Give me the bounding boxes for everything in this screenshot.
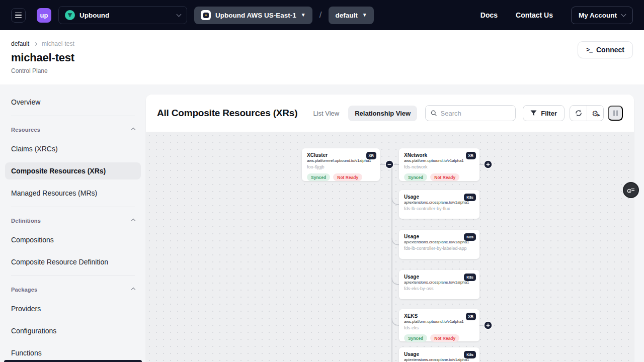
- search-input[interactable]: [441, 110, 511, 117]
- chevron-down-icon: ▼: [301, 13, 306, 18]
- status-badge-not-ready: Not Ready: [430, 173, 459, 181]
- terminal-icon: >_: [586, 46, 592, 53]
- breadcrumb-control-plane[interactable]: michael-test: [42, 40, 74, 47]
- sidebar-section-resources[interactable]: Resources: [11, 123, 135, 136]
- top-navbar: up Upbound Upbound AWS US-East-1 ▼ / def…: [0, 0, 644, 30]
- sidebar-item-functions[interactable]: Functions: [5, 344, 141, 361]
- expand-icon[interactable]: [484, 160, 492, 168]
- search-icon: [431, 110, 437, 117]
- panel-title: All Composite Resources (XRs): [157, 108, 297, 119]
- contact-us-link[interactable]: Contact Us: [516, 11, 553, 19]
- tab-list-view[interactable]: List View: [313, 110, 339, 117]
- resource-type-badge: K8s: [464, 351, 476, 358]
- tab-relationship-view[interactable]: Relationship View: [348, 106, 417, 121]
- sidebar-item-claims[interactable]: Claims (XRCs): [5, 140, 141, 157]
- page-title: michael-test: [11, 51, 633, 64]
- control-plane-selector[interactable]: Upbound AWS US-East-1 ▼: [194, 7, 312, 24]
- run-settings-button[interactable]: ⚙ ▶: [587, 106, 603, 121]
- status-badge-synced: Synced: [307, 173, 330, 181]
- resource-type-badge: XR: [366, 152, 376, 159]
- resource-type-badge: K8s: [464, 274, 476, 281]
- chevron-right-icon: [34, 42, 37, 45]
- my-account-menu[interactable]: My Account: [571, 7, 633, 24]
- expand-icon[interactable]: [484, 321, 492, 329]
- divider: [11, 276, 135, 276]
- organization-name: Upbound: [79, 12, 109, 19]
- chevron-down-icon: ▼: [362, 13, 367, 18]
- panel-header: All Composite Resources (XRs) List View …: [146, 95, 634, 132]
- control-plane-name: Upbound AWS US-East-1: [215, 12, 296, 19]
- sidebar-item-xrd[interactable]: Composite Resource Definition: [5, 253, 141, 270]
- page-header: default michael-test michael-test Contro…: [0, 30, 644, 84]
- pause-button[interactable]: [608, 106, 623, 121]
- node-usage-flux[interactable]: Usage apiextensions.crossplane.io/v1alph…: [399, 190, 479, 219]
- hamburger-menu-button[interactable]: [11, 8, 26, 23]
- legend-button[interactable]: [623, 182, 639, 198]
- pause-icon: [613, 110, 615, 116]
- refresh-icon: [575, 109, 583, 117]
- divider: [11, 207, 135, 207]
- node-xeks[interactable]: XEKS aws.platform.upbound.io/v1alpha1 fd…: [399, 309, 479, 341]
- control-plane-icon: [201, 10, 211, 20]
- chevron-up-icon: [131, 219, 135, 223]
- node-usage-labeled-app[interactable]: Usage apiextensions.crossplane.io/v1alph…: [399, 230, 479, 259]
- group-selector[interactable]: default ▼: [329, 7, 373, 24]
- resource-type-badge: XR: [466, 313, 476, 320]
- relationship-graph[interactable]: XCluster aws.platformref.upbound.io/v1al…: [146, 132, 634, 362]
- sidebar-section-definitions[interactable]: Definitions: [11, 214, 135, 227]
- sidebar-section-packages[interactable]: Packages: [11, 283, 135, 296]
- graph-actions: ⚙ ▶: [570, 105, 604, 121]
- organization-selector[interactable]: Upbound: [58, 6, 187, 24]
- chevron-down-icon: [621, 12, 626, 17]
- status-badge-not-ready: Not Ready: [430, 334, 459, 342]
- sidebar-item-overview[interactable]: Overview: [5, 94, 141, 111]
- sidebar-item-composite-resources[interactable]: Composite Resources (XRs): [5, 162, 141, 179]
- status-badge-synced: Synced: [404, 173, 427, 181]
- collapse-icon[interactable]: [385, 160, 393, 168]
- sidebar-item-managed-resources[interactable]: Managed Resources (MRs): [5, 185, 141, 202]
- resource-type-badge: K8s: [464, 233, 476, 241]
- chevron-up-icon: [131, 288, 135, 292]
- node-usage-eks-by-oss[interactable]: Usage apiextensions.crossplane.io/v1alph…: [399, 270, 479, 299]
- graph-edges: [146, 132, 634, 362]
- resource-type-badge: XR: [466, 152, 476, 159]
- legend-icon: [626, 186, 635, 195]
- docs-link[interactable]: Docs: [480, 11, 498, 19]
- breadcrumb: default michael-test: [11, 40, 633, 47]
- sidebar-item-configurations[interactable]: Configurations: [5, 322, 141, 339]
- org-icon: [65, 10, 75, 20]
- filter-button[interactable]: Filter: [523, 105, 565, 121]
- resource-type-badge: K8s: [464, 194, 476, 201]
- chevron-down-icon: [177, 12, 182, 17]
- view-toggle: List View Relationship View: [313, 106, 417, 121]
- breadcrumb-separator: /: [319, 10, 322, 20]
- node-usage-bottom[interactable]: Usage apiextensions.crossplane.io/v1alph…: [399, 347, 479, 362]
- divider: [11, 116, 135, 116]
- chevron-up-icon: [131, 128, 135, 132]
- play-icon: ▶: [598, 113, 600, 117]
- page-subtitle: Control Plane: [11, 67, 633, 74]
- filter-icon: [530, 110, 537, 116]
- main-panel: All Composite Resources (XRs) List View …: [146, 95, 634, 362]
- status-badge-not-ready: Not Ready: [333, 173, 362, 181]
- connect-button[interactable]: >_ Connect: [578, 41, 633, 58]
- sidebar-footer-peek: [4, 360, 142, 362]
- sidebar-item-providers[interactable]: Providers: [5, 300, 141, 317]
- upbound-logo[interactable]: up: [37, 8, 51, 23]
- group-name: default: [335, 12, 357, 19]
- status-badge-synced: Synced: [404, 334, 427, 342]
- node-xcluster[interactable]: XCluster aws.platformref.upbound.io/v1al…: [302, 148, 380, 181]
- node-xnetwork[interactable]: XNetwork aws.platform.upbound.io/v1alpha…: [399, 148, 479, 181]
- refresh-button[interactable]: [570, 106, 587, 121]
- search-input-wrapper: [425, 105, 516, 121]
- sidebar-item-compositions[interactable]: Compositions: [5, 231, 141, 248]
- sidebar: Overview Resources Claims (XRCs) Composi…: [0, 84, 146, 362]
- hamburger-icon: [15, 13, 22, 14]
- breadcrumb-group[interactable]: default: [11, 40, 29, 47]
